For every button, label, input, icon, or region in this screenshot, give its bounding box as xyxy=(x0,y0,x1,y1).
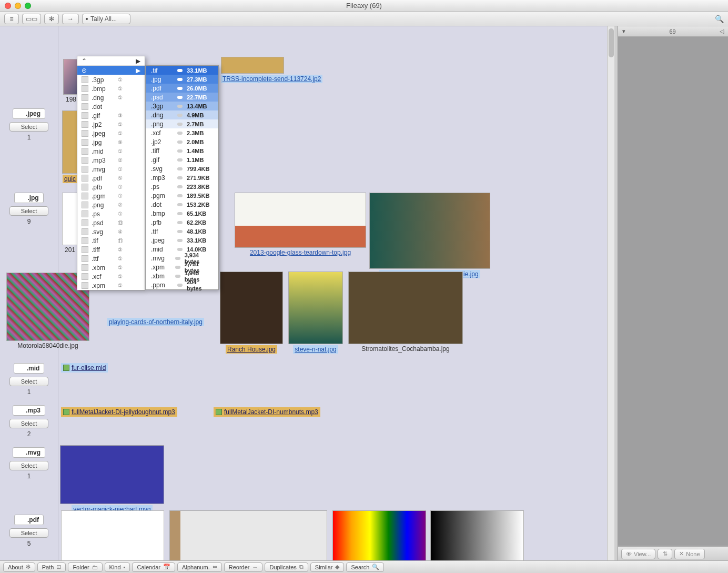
back-icon[interactable]: ◁ xyxy=(720,28,724,35)
select-button[interactable]: Select xyxy=(9,419,48,428)
ext-row-gif[interactable]: .gif③ xyxy=(77,111,145,120)
bottombar-alphanum[interactable]: Alphanum.⇔ xyxy=(177,562,222,572)
ext-row-mp3[interactable]: .mp3② xyxy=(77,156,145,165)
file-thumb[interactable]: vector-magick-piechart.mvg xyxy=(60,445,164,514)
ext-row-jpg[interactable]: .jpg⑨ xyxy=(77,138,145,147)
extension-list-dropdown[interactable]: ⌃ ▶ ⊝ ▶ .3gp①.bmp①.dng①.dot.gif③.jp2①.jp… xyxy=(77,56,145,290)
dropdown-header-selected[interactable]: ⊝ ▶ xyxy=(77,66,145,75)
size-row-3gp[interactable]: .3gp13.4MB xyxy=(146,102,218,110)
select-button[interactable]: Select xyxy=(9,461,48,470)
select-button[interactable]: Select xyxy=(9,377,48,386)
file-thumb[interactable]: quic xyxy=(62,110,78,183)
ext-row-dng[interactable]: .dng① xyxy=(77,93,145,102)
file-caption[interactable]: steve-n-nat.jpg xyxy=(293,345,338,354)
bottombar-kind[interactable]: Kind• xyxy=(105,562,130,572)
file-thumb[interactable]: Stromatolites_Cochabamba.jpg xyxy=(348,272,463,354)
file-pane[interactable]: .jpegSelect1.jpgSelect9.midSelect1.mp3Se… xyxy=(0,26,618,560)
ext-row-3gp[interactable]: .3gp① xyxy=(77,75,145,84)
file-thumb[interactable]: 201 xyxy=(62,193,78,255)
audio-file-chip[interactable]: fullMetalJacket-DI-numbnuts.mp3 xyxy=(214,407,320,417)
ext-row-ttf[interactable]: .ttf① xyxy=(77,254,145,263)
file-thumb[interactable]: 2013-google-glass-teardown-top.jpg xyxy=(235,193,366,257)
ext-row-jpeg[interactable]: .jpeg① xyxy=(77,129,145,138)
size-row-mp3[interactable]: .mp3271.9KB xyxy=(146,173,218,182)
size-row-psd[interactable]: .psd22.7MB xyxy=(146,93,218,102)
file-caption[interactable]: playing-cards-of-northern-italy.jpg xyxy=(107,318,204,326)
scrollbar-vertical[interactable] xyxy=(607,26,614,560)
extension-size-dropdown[interactable]: .tif33.1MB.jpg27.3MB.pdf26.0MB.psd22.7MB… xyxy=(145,65,219,290)
bottombar-calendar[interactable]: Calendar📅 xyxy=(132,562,175,572)
file-caption[interactable]: Motorola68040die.jpg xyxy=(17,342,78,349)
size-row-ppm[interactable]: .ppm204 bytes xyxy=(146,280,218,289)
layout-button[interactable]: ▭▭ xyxy=(22,14,41,24)
ext-row-xpm[interactable]: .xpm① xyxy=(77,281,145,290)
ext-row-pdf[interactable]: .pdf⑤ xyxy=(77,174,145,183)
dropdown-header-row[interactable]: ⌃ ▶ xyxy=(77,56,145,66)
file-caption[interactable]: quic xyxy=(63,175,77,183)
file-caption[interactable]: TRSS-incomplete-send-113724.jp2 xyxy=(221,75,322,83)
size-row-tif[interactable]: .tif33.1MB xyxy=(146,66,218,75)
audio-file-chip[interactable]: fur-elise.mid xyxy=(61,363,108,373)
search-icon[interactable]: 🔍 xyxy=(715,15,724,23)
view-button[interactable]: 👁 View... xyxy=(621,549,655,559)
bottombar-path[interactable]: Path⊡ xyxy=(37,562,66,572)
size-row-jpeg[interactable]: .jpeg33.1KB xyxy=(146,236,218,245)
ext-row-tif[interactable]: .tif⑪ xyxy=(77,236,145,245)
audio-file-chip[interactable]: fullMetalJacket-DI-jellydoughnut.mp3 xyxy=(61,407,177,417)
file-caption[interactable]: Ranch House.jpg xyxy=(226,345,277,354)
ext-row-xbm[interactable]: .xbm① xyxy=(77,263,145,272)
ext-row-png[interactable]: .png② xyxy=(77,200,145,209)
size-row-xcf[interactable]: .xcf2.3MB xyxy=(146,128,218,137)
size-row-pdf[interactable]: .pdf26.0MB xyxy=(146,84,218,93)
none-button[interactable]: ✕ None xyxy=(674,549,704,559)
ext-row-svg[interactable]: .svg④ xyxy=(77,227,145,236)
size-row-gif[interactable]: .gif1.1MB xyxy=(146,155,218,164)
file-thumb[interactable]: TRSS-incomplete-send-113724.jp2 xyxy=(221,57,284,83)
size-row-jp2[interactable]: .jp22.0MB xyxy=(146,137,218,146)
size-row-ps[interactable]: .ps223.8KB xyxy=(146,182,218,191)
ext-row-ps[interactable]: .ps① xyxy=(77,209,145,218)
bottombar-duplicates[interactable]: Duplicates⧉ xyxy=(265,562,308,572)
ext-row-jp2[interactable]: .jp2① xyxy=(77,120,145,129)
size-row-dng[interactable]: .dng4.9MB xyxy=(146,110,218,119)
file-thumb[interactable] xyxy=(430,510,524,560)
file-thumb[interactable] xyxy=(332,510,426,560)
forward-button[interactable]: → xyxy=(62,14,79,24)
file-thumb[interactable]: playing-cards-of-northern-italy.jpg xyxy=(94,317,218,343)
menu-button[interactable]: ≡ xyxy=(4,14,19,24)
chevron-down-icon[interactable]: ▾ xyxy=(622,28,625,35)
size-row-jpg[interactable]: .jpg27.3MB xyxy=(146,75,218,84)
size-row-pgm[interactable]: .pgm189.5KB xyxy=(146,191,218,200)
file-thumb[interactable]: Ranch House.jpg xyxy=(220,272,283,354)
file-caption[interactable]: 201 xyxy=(65,246,75,254)
ext-row-mid[interactable]: .mid① xyxy=(77,147,145,156)
settings-button[interactable]: ✻ xyxy=(44,14,59,24)
size-row-dot[interactable]: .dot153.2KB xyxy=(146,200,218,209)
select-button[interactable]: Select xyxy=(9,528,48,538)
file-caption[interactable]: 198 xyxy=(66,96,76,103)
bottombar-reorder[interactable]: Reorder↔ xyxy=(224,562,263,572)
select-button[interactable]: Select xyxy=(9,122,48,132)
file-thumb[interactable] xyxy=(169,510,327,560)
select-button[interactable]: Select xyxy=(9,206,48,216)
ext-row-psd[interactable]: .psd⑬ xyxy=(77,218,145,227)
bottombar-search[interactable]: Search🔍 xyxy=(346,562,384,572)
scrollbar-thumb[interactable] xyxy=(609,28,614,57)
ext-row-mvg[interactable]: .mvg① xyxy=(77,165,145,174)
ext-row-pfb[interactable]: .pfb① xyxy=(77,183,145,192)
bottombar-similar[interactable]: Similar◆ xyxy=(310,562,345,572)
file-thumb[interactable] xyxy=(61,510,164,560)
size-row-svg[interactable]: .svg799.4KB xyxy=(146,164,218,173)
size-row-png[interactable]: .png2.7MB xyxy=(146,119,218,128)
ext-row-dot[interactable]: .dot xyxy=(77,102,145,111)
bottombar-folder[interactable]: Folder🗀 xyxy=(68,562,102,572)
ext-row-xcf[interactable]: .xcf① xyxy=(77,272,145,281)
tally-all-button[interactable]: Tally All... xyxy=(82,14,130,24)
file-thumb[interactable]: Liquid-Rescale-Steve-n-Natalie.jpg xyxy=(369,193,490,278)
updown-button[interactable]: ⇅ xyxy=(658,549,672,559)
size-row-ttf[interactable]: .ttf48.1KB xyxy=(146,227,218,236)
file-thumb[interactable]: steve-n-nat.jpg xyxy=(288,272,343,354)
ext-row-tiff[interactable]: .tiff② xyxy=(77,245,145,254)
file-caption[interactable]: 2013-google-glass-teardown-top.jpg xyxy=(250,249,351,256)
ext-row-pgm[interactable]: .pgm① xyxy=(77,192,145,200)
